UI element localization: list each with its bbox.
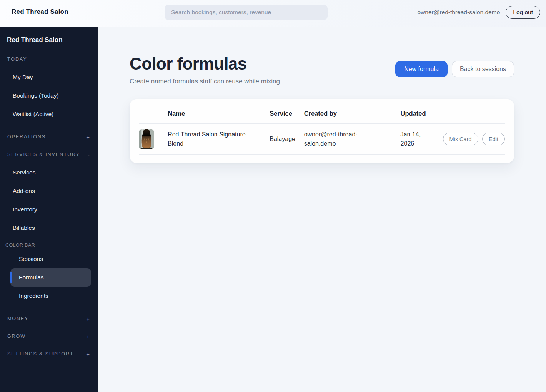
sidebar-item-billables[interactable]: Billables xyxy=(0,219,98,237)
collapse-minus-icon: - xyxy=(88,151,90,158)
sidebar-item-bookings-today[interactable]: Bookings (Today) xyxy=(0,86,98,105)
page-actions: New formula Back to sessions xyxy=(395,61,514,77)
sidebar-item-my-day[interactable]: My Day xyxy=(0,68,98,86)
active-indicator-bar xyxy=(10,272,12,283)
mix-card-button[interactable]: Mix Card xyxy=(443,133,478,145)
expand-plus-icon: + xyxy=(86,333,90,340)
global-search xyxy=(165,5,328,20)
section-label: OPERATIONS xyxy=(7,134,46,140)
header-user-area: owner@red-thread-salon.demo Log out xyxy=(418,0,540,25)
sidebar-title: Red Thread Salon xyxy=(7,36,98,44)
page-title: Color formulas xyxy=(130,54,282,74)
formulas-card: Name Service Created by Updated xyxy=(130,99,514,163)
section-label: TODAY xyxy=(7,56,27,62)
page-subtitle: Create named formulas staff can reuse wh… xyxy=(130,78,282,85)
formula-created-by: owner@red-thread-salon.demo xyxy=(304,130,372,148)
sidebar: Red Thread Salon TODAY - My Day Bookings… xyxy=(0,27,98,392)
sidebar-section-services-inventory[interactable]: SERVICES & INVENTORY - xyxy=(0,146,98,163)
sidebar-item-waitlist-active[interactable]: Waitlist (Active) xyxy=(0,105,98,123)
section-label: MONEY xyxy=(7,316,28,321)
sidebar-section-operations[interactable]: OPERATIONS + xyxy=(0,128,98,146)
column-actions xyxy=(443,108,505,124)
logout-button[interactable]: Log out xyxy=(506,6,540,19)
sidebar-subgroup-color-bar: COLOR BAR xyxy=(0,241,98,250)
column-created-by: Created by xyxy=(304,108,401,124)
thumbnail-cell xyxy=(139,123,168,154)
table-header-row: Name Service Created by Updated xyxy=(139,108,505,124)
sidebar-item-formulas-active[interactable]: Formulas xyxy=(10,268,91,287)
sidebar-item-label: Formulas xyxy=(19,274,44,281)
column-updated: Updated xyxy=(401,108,443,124)
formula-thumbnail-image xyxy=(139,129,154,149)
column-photo xyxy=(139,108,168,124)
section-label: SERVICES & INVENTORY xyxy=(7,152,80,157)
user-email: owner@red-thread-salon.demo xyxy=(418,9,500,16)
column-service: Service xyxy=(270,108,304,124)
app-brand: Red Thread Salon xyxy=(12,8,68,16)
search-input[interactable] xyxy=(165,5,328,20)
app-shell: Red Thread Salon TODAY - My Day Bookings… xyxy=(0,27,546,392)
formula-updated: Jan 14, 2026 xyxy=(401,130,428,148)
page-header-text: Color formulas Create named formulas sta… xyxy=(130,54,282,85)
new-formula-button[interactable]: New formula xyxy=(395,61,448,77)
page-header: Color formulas Create named formulas sta… xyxy=(130,54,514,85)
sidebar-section-money[interactable]: MONEY + xyxy=(0,310,98,327)
sidebar-item-services[interactable]: Services xyxy=(0,163,98,182)
expand-plus-icon: + xyxy=(86,134,90,140)
column-name: Name xyxy=(168,108,270,124)
formula-service: Balayage xyxy=(270,123,304,154)
row-actions: Mix Card Edit xyxy=(443,123,505,154)
content-container: Color formulas Create named formulas sta… xyxy=(130,27,514,163)
sidebar-item-ingredients[interactable]: Ingredients xyxy=(0,287,98,305)
top-bar: Red Thread Salon owner@red-thread-salon.… xyxy=(0,0,546,27)
formula-name: Red Thread Salon Signature Blend xyxy=(168,130,253,148)
sidebar-item-sessions[interactable]: Sessions xyxy=(0,250,98,268)
back-to-sessions-button[interactable]: Back to sessions xyxy=(452,61,514,77)
sidebar-section-today[interactable]: TODAY - xyxy=(0,50,98,68)
main-area: Color formulas Create named formulas sta… xyxy=(98,27,546,392)
formulas-table: Name Service Created by Updated xyxy=(139,108,505,155)
sidebar-section-settings-support[interactable]: SETTINGS & SUPPORT + xyxy=(0,345,98,363)
edit-button[interactable]: Edit xyxy=(482,133,505,145)
expand-plus-icon: + xyxy=(86,351,90,357)
sidebar-item-inventory[interactable]: Inventory xyxy=(0,200,98,219)
section-label: GROW xyxy=(7,334,26,339)
section-label: SETTINGS & SUPPORT xyxy=(7,351,73,357)
sidebar-section-grow[interactable]: GROW + xyxy=(0,327,98,345)
collapse-minus-icon: - xyxy=(88,56,90,63)
sidebar-item-add-ons[interactable]: Add-ons xyxy=(0,182,98,200)
table-row: Red Thread Salon Signature Blend Balayag… xyxy=(139,123,505,154)
expand-plus-icon: + xyxy=(86,316,90,322)
